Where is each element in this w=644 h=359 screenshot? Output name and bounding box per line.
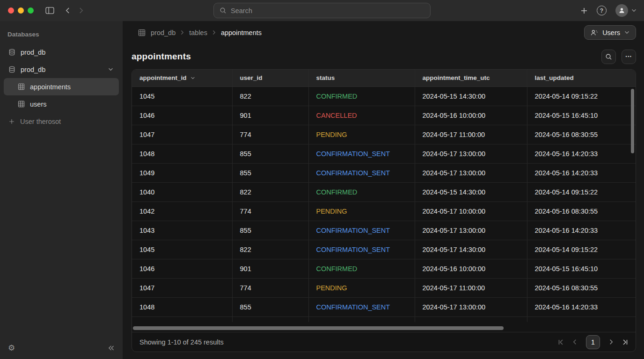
forward-button[interactable]: [79, 7, 83, 14]
sidebar-item-appointments[interactable]: appointments: [4, 78, 119, 95]
cell-user-id[interactable]: 855: [232, 221, 308, 240]
horizontal-scrollbar-thumb[interactable]: [133, 326, 504, 330]
users-menu-button[interactable]: Users: [584, 25, 636, 40]
close-window-button[interactable]: [8, 7, 14, 14]
table-row[interactable]: 1045 822 CONFIRMATION_SENT 2024-05-17 14…: [132, 240, 636, 259]
column-header-status[interactable]: status: [308, 70, 415, 86]
cell-appointment-id[interactable]: 1042: [132, 201, 232, 221]
more-options-button[interactable]: •••: [622, 50, 636, 64]
table-row[interactable]: 1040 822 CONFIRMED 2024-05-15 14:30:00 2…: [132, 182, 636, 201]
cell-status[interactable]: CONFIRMED: [308, 86, 415, 106]
first-page-button[interactable]: [557, 339, 564, 345]
cell-appointment-time-utc[interactable]: 2024-05-17 13:00:00: [415, 297, 527, 316]
table-row[interactable]: 1048 855 CONFIRMATION_SENT 2024-05-17 13…: [132, 297, 636, 316]
table-row[interactable]: 1046 901 CANCELLED 2024-05-16 10:00:00 2…: [132, 106, 636, 125]
cell-appointment-id[interactable]: 1046: [132, 106, 232, 125]
global-search-input[interactable]: Search: [213, 3, 431, 18]
cell-last-updated[interactable]: 2024-05-14 09:15:22: [527, 182, 636, 201]
cell-status[interactable]: CONFIRMATION_SENT: [308, 163, 415, 182]
cell-user-id[interactable]: 822: [232, 240, 308, 259]
sidebar-item-prod-db-database[interactable]: prod_db: [4, 61, 119, 78]
table-row[interactable]: 1049 855 CONFIRMATION_SENT 2024-05-17 13…: [132, 163, 636, 182]
column-header-appointment-time-utc[interactable]: appointment_time_utc: [415, 70, 527, 86]
minimize-window-button[interactable]: [18, 7, 24, 14]
cell-appointment-id[interactable]: 1046: [132, 259, 232, 278]
table-row[interactable]: 1046 901 CONFIRMED 2024-05-16 10:00:00 2…: [132, 259, 636, 278]
cell-status[interactable]: CONFIRMATION_SENT: [308, 297, 415, 316]
vertical-scrollbar-thumb[interactable]: [631, 89, 634, 153]
column-header-last-updated[interactable]: last_updated: [527, 70, 636, 86]
zoom-window-button[interactable]: [28, 7, 34, 14]
back-button[interactable]: [66, 7, 70, 14]
last-page-button[interactable]: [622, 339, 629, 345]
cell-status[interactable]: CANCELLED: [308, 106, 415, 125]
cell-appointment-id[interactable]: 1040: [132, 182, 232, 201]
cell-status[interactable]: CONFIRMATION_SENT: [308, 240, 415, 259]
cell-user-id[interactable]: 855: [232, 144, 308, 163]
cell-last-updated[interactable]: 2024-05-16 08:30:55: [527, 201, 636, 221]
sidebar-item-prod-db-connection[interactable]: prod_db: [4, 43, 119, 61]
cell-appointment-time-utc[interactable]: 2024-05-15 14:30:00: [415, 86, 527, 106]
cell-status[interactable]: PENDING: [308, 125, 415, 144]
cell-last-updated[interactable]: 2024-05-16 14:20:33: [527, 144, 636, 163]
cell-last-updated[interactable]: 2024-05-16 08:30:55: [527, 125, 636, 144]
account-menu[interactable]: [615, 4, 637, 17]
cell-user-id[interactable]: 822: [232, 86, 308, 106]
cell-user-id[interactable]: 855: [232, 163, 308, 182]
cell-appointment-time-utc[interactable]: 2024-05-17 14:30:00: [415, 240, 527, 259]
table-row[interactable]: 1042 774 PENDING 2024-05-17 10:00:00 202…: [132, 201, 636, 221]
cell-last-updated[interactable]: 2024-05-16 14:20:33: [527, 221, 636, 240]
cell-user-id[interactable]: 774: [232, 201, 308, 221]
settings-gear-icon[interactable]: ⚙: [8, 343, 15, 352]
cell-last-updated[interactable]: 2024-05-16 08:30:55: [527, 278, 636, 297]
cell-last-updated[interactable]: 2024-05-15 16:45:10: [527, 259, 636, 278]
cell-appointment-id[interactable]: 1048: [132, 297, 232, 316]
breadcrumb-appointments[interactable]: appointments: [221, 29, 262, 36]
previous-page-button[interactable]: [572, 339, 578, 345]
cell-user-id[interactable]: 774: [232, 278, 308, 297]
cell-appointment-id[interactable]: 1047: [132, 278, 232, 297]
cell-user-id[interactable]: 822: [232, 182, 308, 201]
table-row[interactable]: 1048 855 CONFIRMATION_SENT 2024-05-17 13…: [132, 144, 636, 163]
breadcrumb-prod-db[interactable]: prod_db: [151, 29, 176, 36]
sidebar-item-users[interactable]: users: [4, 95, 119, 113]
cell-appointment-id[interactable]: 1043: [132, 221, 232, 240]
cell-appointment-time-utc[interactable]: 2024-05-17 11:00:00: [415, 278, 527, 297]
cell-appointment-time-utc[interactable]: 2024-05-16 10:00:00: [415, 259, 527, 278]
sidebar-add-user-item[interactable]: User therosot: [4, 113, 119, 130]
table-row[interactable]: 1047 774 PENDING 2024-05-17 11:00:00 202…: [132, 278, 636, 297]
cell-status[interactable]: PENDING: [308, 201, 415, 221]
cell-status[interactable]: CONFIRMATION_SENT: [308, 221, 415, 240]
next-page-button[interactable]: [608, 339, 614, 345]
cell-appointment-id[interactable]: 1049: [132, 163, 232, 182]
cell-appointment-time-utc[interactable]: 2024-05-15 14:30:00: [415, 182, 527, 201]
table-row[interactable]: 1043 855 CONFIRMATION_SENT 2024-05-17 13…: [132, 221, 636, 240]
cell-status[interactable]: CONFIRMATION_SENT: [308, 144, 415, 163]
cell-appointment-time-utc[interactable]: 2024-05-16 10:00:00: [415, 106, 527, 125]
collapse-sidebar-icon[interactable]: [108, 345, 115, 351]
cell-appointment-id[interactable]: 1047: [132, 125, 232, 144]
cell-last-updated[interactable]: 2024-05-14 09:15:22: [527, 240, 636, 259]
cell-user-id[interactable]: 774: [232, 125, 308, 144]
breadcrumb-tables[interactable]: tables: [189, 29, 207, 36]
cell-user-id[interactable]: 901: [232, 259, 308, 278]
new-item-button[interactable]: [580, 7, 588, 14]
cell-status[interactable]: CONFIRMED: [308, 182, 415, 201]
cell-last-updated[interactable]: 2024-05-15 16:45:10: [527, 106, 636, 125]
table-search-button[interactable]: [601, 50, 616, 64]
cell-status[interactable]: PENDING: [308, 278, 415, 297]
cell-appointment-time-utc[interactable]: 2024-05-17 10:00:00: [415, 201, 527, 221]
cell-last-updated[interactable]: 2024-05-14 09:15:22: [527, 86, 636, 106]
cell-status[interactable]: CONFIRMED: [308, 259, 415, 278]
table-row[interactable]: 1047 774 PENDING 2024-05-17 11:00:00 202…: [132, 125, 636, 144]
cell-appointment-time-utc[interactable]: 2024-05-17 13:00:00: [415, 163, 527, 182]
cell-user-id[interactable]: 901: [232, 106, 308, 125]
table-row[interactable]: 1045 822 CONFIRMED 2024-05-15 14:30:00 2…: [132, 86, 636, 106]
cell-user-id[interactable]: 855: [232, 297, 308, 316]
column-header-appointment-id[interactable]: appointment_id: [132, 70, 232, 86]
cell-appointment-id[interactable]: 1048: [132, 144, 232, 163]
cell-appointment-id[interactable]: 1045: [132, 240, 232, 259]
cell-appointment-time-utc[interactable]: 2024-05-17 13:00:00: [415, 221, 527, 240]
cell-appointment-id[interactable]: 1045: [132, 86, 232, 106]
sidebar-toggle-button[interactable]: [45, 7, 54, 14]
